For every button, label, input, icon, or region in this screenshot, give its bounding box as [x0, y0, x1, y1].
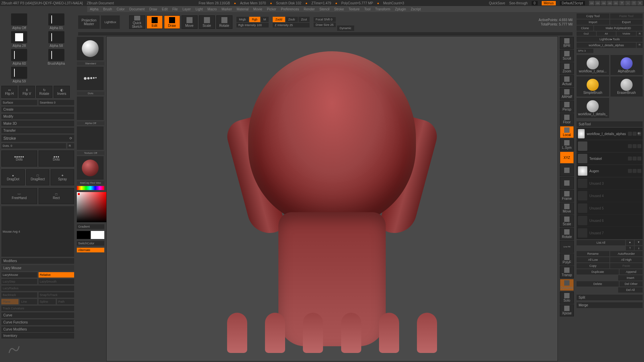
polyf-button[interactable]: PolyF [560, 253, 574, 265]
lazystep[interactable]: LazyStep [1, 279, 37, 284]
line[interactable]: Line [20, 299, 37, 304]
append-button[interactable]: Append [620, 269, 643, 275]
lazymouse-toggle[interactable]: LazyMouse [1, 272, 37, 278]
paste-tool-button[interactable]: Paste Tool [610, 13, 643, 19]
stroke-dragrect[interactable]: □DragRect [26, 169, 50, 185]
menu-tool[interactable]: Tool [364, 7, 370, 11]
local-button[interactable]: Local [560, 126, 574, 138]
dots-slider[interactable]: Dots. 0 [1, 143, 66, 148]
move-button[interactable]: Move [181, 15, 198, 29]
stroke-spray[interactable]: ✦Spray [51, 169, 74, 185]
transfer-section[interactable]: Transfer [1, 128, 74, 133]
subtool-header[interactable]: SubTool [577, 121, 643, 127]
lazymouse-section[interactable]: Lazy Mouse [1, 265, 74, 271]
transp-button[interactable]: Transp [560, 266, 574, 278]
solo-button[interactable]: Solo [560, 292, 574, 304]
help-button[interactable]: ? [619, 1, 625, 5]
subtool-item-8[interactable]: Unused 7 [577, 227, 643, 239]
dynamic-button[interactable]: Dynamic [337, 25, 354, 31]
subtool-item-6[interactable]: Unused 5 [577, 202, 643, 215]
zsub-button[interactable]: Zsub [286, 17, 298, 22]
make-polymesh-button[interactable]: Make PolyMesh3D [594, 25, 643, 31]
subtool-item-7[interactable]: Unused 6 [577, 215, 643, 227]
delall-button[interactable]: Del All [618, 287, 643, 293]
scroll-button[interactable]: Scroll [560, 50, 574, 62]
menu-picker[interactable]: Picker [267, 7, 276, 11]
texture-preview[interactable] [77, 126, 104, 150]
alpha-off[interactable]: Alpha Off [1, 13, 37, 30]
edit-button[interactable]: Edit [147, 15, 163, 29]
seamless-slider[interactable]: Seamless 0 [39, 100, 74, 105]
matcap-preview[interactable] [77, 156, 104, 180]
menu-material[interactable]: Material [237, 7, 249, 11]
curve-section[interactable]: Curve [1, 312, 74, 318]
tool-alphabrush[interactable]: AlphaBrush [610, 55, 643, 75]
m-button[interactable]: M [261, 17, 269, 22]
split-section[interactable]: Split [577, 295, 643, 300]
subtool-item-1[interactable] [577, 140, 643, 153]
stroke-dots[interactable]: Dots [1, 150, 37, 167]
arrow-up2-icon[interactable]: ⤒ [626, 246, 634, 250]
spix-slider[interactable]: SPix 3 [577, 49, 593, 53]
spline[interactable]: Spline [39, 299, 56, 304]
menu-alpha[interactable]: Alpha [90, 7, 99, 11]
menu-transform[interactable]: Transform [375, 7, 390, 11]
arrow-up-icon[interactable]: ▲ [626, 240, 634, 245]
curve-functions[interactable]: Curve Functions [1, 319, 74, 325]
paste-button[interactable]: Paste [610, 263, 643, 268]
maximize-button[interactable]: □ [631, 1, 637, 5]
zadd-button[interactable]: Zadd [273, 17, 285, 22]
alllow-button[interactable]: All Low [577, 257, 609, 262]
menu-brush[interactable]: Brush [103, 7, 112, 11]
insert-button[interactable]: Insert [618, 275, 643, 281]
alpha-preview[interactable] [77, 97, 104, 120]
minimize-button[interactable]: − [625, 1, 631, 5]
frame-button[interactable]: Frame [560, 190, 574, 202]
allhigh-button[interactable]: All High [610, 257, 643, 262]
horizontal-scrollbar[interactable] [78, 32, 573, 36]
color-black[interactable] [77, 231, 90, 239]
rename-button[interactable]: Rename [577, 251, 609, 256]
focal-shift-slider[interactable]: Focal Shift 0 [314, 17, 336, 22]
autoreorder-button[interactable]: AutoReorder [610, 251, 643, 256]
tool-name[interactable]: workflow_I_details_alphas [577, 43, 636, 48]
gradient-button[interactable]: Gradient [77, 224, 104, 229]
floor-button[interactable]: Floor [560, 113, 574, 125]
xpose-button[interactable]: Xpose [560, 304, 574, 316]
track-curvature[interactable]: Track Curvature [1, 306, 74, 311]
inverse-button[interactable]: ◐Invers [54, 86, 70, 98]
actual-button[interactable]: Actual [560, 75, 574, 87]
projection-master-button[interactable]: ProjectionMaster [78, 15, 100, 29]
scale-tool-button[interactable]: Scale [560, 215, 574, 227]
seethrough-value[interactable]: 0 [532, 1, 538, 5]
r-button[interactable]: R [67, 143, 74, 148]
xyz-button[interactable]: XYZ [560, 152, 574, 164]
menu-light[interactable]: Light [196, 7, 203, 11]
copy-button[interactable]: Copy [577, 263, 609, 268]
menu-render[interactable]: Render [304, 7, 315, 11]
path[interactable]: Path [57, 299, 74, 304]
menu-macro[interactable]: Macro [208, 7, 217, 11]
rotate-button[interactable]: ↻Rotate [36, 86, 52, 98]
layout-btn-2[interactable]: ▭ [595, 1, 600, 5]
alpha-59[interactable]: Alpha 59 [1, 67, 37, 83]
aahalf-button[interactable]: AAHalf [560, 88, 574, 100]
layout-btn-4[interactable]: ▭ [607, 1, 612, 5]
menu-movie[interactable]: Movie [253, 7, 262, 11]
subtool-item-0[interactable]: workflow_I_details_alphas👁 [577, 128, 643, 140]
z-intensity-slider[interactable]: Z Intensity 25 [273, 23, 310, 27]
color-white[interactable] [91, 231, 104, 239]
menu-document[interactable]: Document [129, 7, 145, 11]
tool-workflow2[interactable]: workflow_I_details_ [577, 98, 609, 118]
menu-stencil[interactable]: Stencil [319, 7, 329, 11]
subtool-item-3[interactable]: Augen [577, 165, 643, 177]
scale-button[interactable]: Scale [199, 15, 215, 29]
rgb-button[interactable]: Rgb [249, 17, 260, 22]
quicksave-button[interactable]: QuickSave [489, 1, 505, 5]
zcut-button[interactable]: Zcut [299, 17, 310, 22]
create-section[interactable]: Create [1, 107, 74, 112]
flip-h-button[interactable]: ⇔Flip H [1, 86, 17, 98]
stroke-dragdot[interactable]: ●DragDot [1, 169, 25, 185]
layout-btn-5[interactable]: ▭ [613, 1, 619, 5]
lsym-button[interactable]: L.Sym [560, 139, 574, 151]
